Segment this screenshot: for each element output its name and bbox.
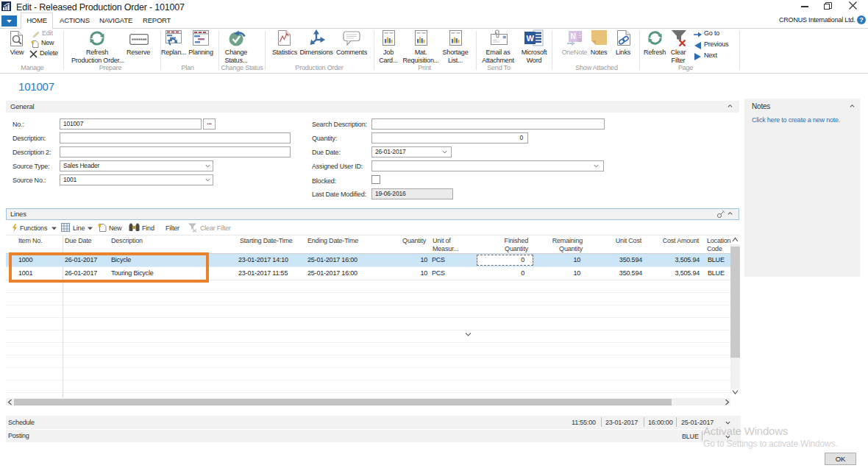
svg-text:W: W [526, 34, 534, 43]
svg-text:N: N [570, 32, 575, 40]
svg-text:?: ? [859, 16, 863, 24]
